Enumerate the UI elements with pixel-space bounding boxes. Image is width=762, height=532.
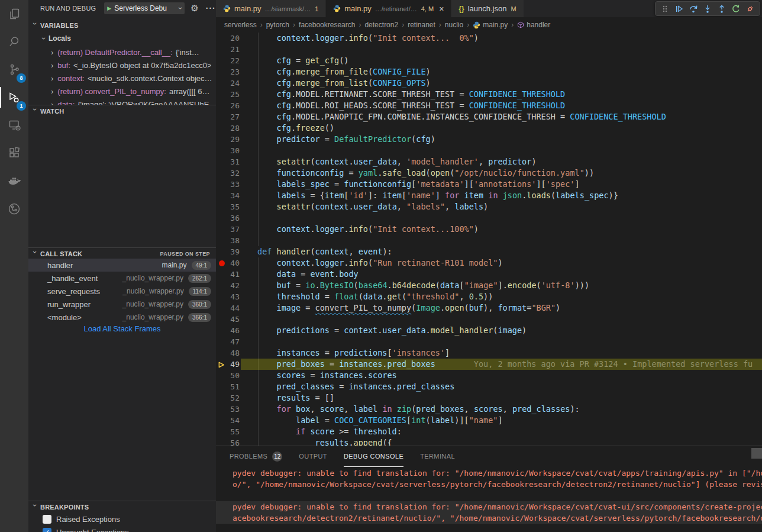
breakpoints-section-header[interactable]: › BREAKPOINTS [28,501,216,512]
line-number[interactable]: 55 [216,426,240,437]
line-number[interactable]: 49 [216,359,240,370]
line-number[interactable]: 31 [216,156,240,167]
line-number[interactable]: 23 [216,66,240,78]
code-line[interactable]: 28 cfg.freeze() [216,122,762,134]
code-line[interactable]: 35 setattr(context.user_data, "labels", … [216,201,762,212]
line-number[interactable]: 28 [216,122,240,134]
checkbox-checked[interactable]: ✓ [43,528,51,532]
variables-section-header[interactable]: › VARIABLES [28,20,216,31]
line-number[interactable]: 20 [216,33,240,44]
code-line[interactable]: 46 predictions = context.user_data.model… [216,325,762,336]
activity-item-git-graph-icon[interactable] [0,195,28,223]
activity-item-remote-explorer-icon[interactable] [0,111,28,139]
panel-tab-terminal[interactable]: TERMINAL [420,446,455,467]
code-line[interactable]: 51 pred_classes = instances.pred_classes [216,381,762,392]
breadcrumb-item-main.py[interactable]: main.py [473,21,508,29]
line-number[interactable]: 35 [216,201,240,212]
code-line[interactable]: 55 if score >= threshold: [216,426,762,437]
close-icon[interactable]: × [439,5,444,13]
line-number[interactable]: 37 [216,224,240,235]
line-number[interactable]: 24 [216,78,240,89]
load-all-stack-frames-link[interactable]: Load All Stack Frames [28,324,216,333]
code-line[interactable]: 25 cfg.MODEL.RETINANET.SCORE_THRESH_TEST… [216,89,762,100]
line-number[interactable]: 36 [216,212,240,224]
code-line[interactable]: 47 [216,336,762,347]
panel-tab-output[interactable]: OUTPUT [299,446,327,467]
code-line[interactable]: 21 [216,44,762,55]
editor-tab-main.py[interactable]: main.py…/siammask/…1 [216,0,326,17]
code-line[interactable]: 56 results.append({ [216,437,762,446]
code-line[interactable]: 24 cfg.merge_from_list(CONFIG_OPTS) [216,78,762,89]
panel-scrollbar[interactable] [751,448,762,459]
editor-tab-launch.json[interactable]: {}launch.jsonM [451,0,524,17]
breadcrumb-item-pytorch[interactable]: pytorch [266,21,289,29]
variable-row[interactable]: ›(return) convert_PIL_to_numpy:array([[[… [28,85,216,98]
activity-item-run-and-debug-icon[interactable]: 1 [0,83,28,111]
stack-frame[interactable]: serve_requests_nuclio_wrapper.py114:1 [28,285,216,298]
code-line[interactable]: 29 predictor = DefaultPredictor(cfg) [216,134,762,145]
line-number[interactable]: 40 [216,257,240,269]
code-line[interactable]: 52 results = [] [216,392,762,404]
restart-button[interactable] [729,2,743,16]
variable-row[interactable]: ›context:<nuclio_sdk.context.Context obj… [28,72,216,85]
line-number[interactable]: 56 [216,437,240,446]
code-line[interactable]: 26 cfg.MODEL.ROI_HEADS.SCORE_THRESH_TEST… [216,100,762,111]
activity-item-docker-icon[interactable] [0,167,28,195]
code-line[interactable]: 50 scores = instances.scores [216,370,762,381]
code-line[interactable]: 30 [216,145,762,156]
code-line[interactable]: 37 context.logger.info("Init context...1… [216,224,762,235]
code-line[interactable]: 36 [216,212,762,224]
line-number[interactable]: 50 [216,370,240,381]
variable-row[interactable]: ›buf:<_io.BytesIO object at 0x7f5a2dc1ec… [28,59,216,72]
gear-icon[interactable]: ⚙ [190,3,198,14]
code-line[interactable]: 42 buf = io.BytesIO(base64.b64decode(dat… [216,280,762,291]
line-number[interactable]: 51 [216,381,240,392]
line-number[interactable]: 38 [216,235,240,246]
line-number[interactable]: 21 [216,44,240,55]
toolbar-drag-handle[interactable] [658,2,672,16]
line-number[interactable]: 25 [216,89,240,100]
line-number[interactable]: 44 [216,302,240,314]
code-line[interactable]: 27 cfg.MODEL.PANOPTIC_FPN.COMBINE.INSTAN… [216,111,762,122]
code-editor[interactable]: 20 context.logger.info("Init context... … [216,33,762,446]
line-number[interactable]: 32 [216,167,240,179]
stack-frame[interactable]: _handle_event_nuclio_wrapper.py262:1 [28,272,216,285]
line-number[interactable]: 39 [216,246,240,257]
code-line[interactable]: 38 [216,235,762,246]
line-number[interactable]: 30 [216,145,240,156]
code-line[interactable]: 54 label = COCO_CATEGORIES[int(label)]["… [216,415,762,426]
breadcrumb-item-nuclio[interactable]: nuclio [445,21,463,29]
breadcrumb-item-retinanet[interactable]: retinanet [408,21,435,29]
line-number[interactable]: 27 [216,111,240,122]
step-over-button[interactable] [686,2,700,16]
line-number[interactable]: 47 [216,336,240,347]
code-line[interactable]: 53 for box, score, label in zip(pred_box… [216,404,762,415]
line-number[interactable]: 46 [216,325,240,336]
breadcrumb-item-facebookresearch[interactable]: facebookresearch [299,21,355,29]
editor-tab-main.py[interactable]: main.py…/retinanet/…4, M× [326,0,451,17]
step-into-button[interactable] [700,2,715,16]
breadcrumb-item-detectron2[interactable]: detectron2 [364,21,398,29]
activity-item-explorer-icon[interactable] [0,0,28,28]
code-line[interactable]: 40 context.logger.info("Run retinanet-R1… [216,257,762,269]
locals-scope[interactable]: › Locals [28,33,216,44]
line-number[interactable]: 34 [216,190,240,201]
code-line[interactable]: 39def handler(context, event): [216,246,762,257]
code-line[interactable]: 20 context.logger.info("Init context... … [216,33,762,44]
code-line[interactable]: 48 instances = predictions['instances'] [216,347,762,359]
continue-button[interactable] [672,2,686,16]
stack-frame[interactable]: handlermain.py49:1 [28,259,216,272]
code-line[interactable]: 32 functionconfig = yaml.safe_load(open(… [216,167,762,179]
line-number[interactable]: 26 [216,100,240,111]
variable-row[interactable]: ›(return) DefaultPredictor.__call__:{'in… [28,46,216,59]
line-number[interactable]: 52 [216,392,240,404]
line-number[interactable]: 53 [216,404,240,415]
code-line[interactable]: 41 data = event.body [216,269,762,280]
line-number[interactable]: 41 [216,269,240,280]
activity-item-source-control-icon[interactable]: 8 [0,56,28,83]
panel-tab-debug-console[interactable]: DEBUG CONSOLE [344,446,403,467]
variable-row[interactable]: ›data:{'image': 'iVBORw0KGgoAAAANSUhE… [28,98,216,105]
code-line[interactable]: 44 image = convert_PIL_to_numpy(Image.op… [216,302,762,314]
line-number[interactable]: 45 [216,314,240,325]
line-number[interactable]: 48 [216,347,240,359]
